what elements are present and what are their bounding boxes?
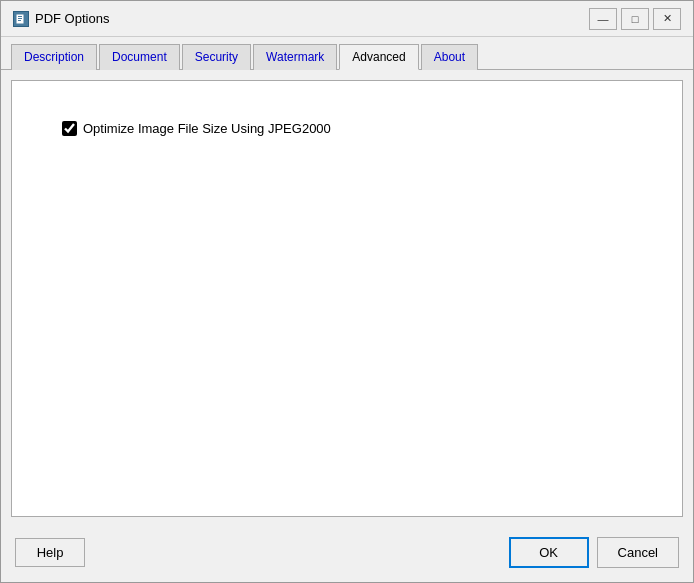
maximize-button[interactable]: □	[621, 8, 649, 30]
cancel-button[interactable]: Cancel	[597, 537, 679, 568]
window-icon	[13, 11, 29, 27]
title-bar: PDF Options — □ ✕	[1, 1, 693, 37]
tab-description[interactable]: Description	[11, 44, 97, 70]
tab-advanced[interactable]: Advanced	[339, 44, 418, 70]
ok-button[interactable]: OK	[509, 537, 589, 568]
tabs-container: Description Document Security Watermark …	[1, 37, 693, 70]
close-button[interactable]: ✕	[653, 8, 681, 30]
tab-watermark[interactable]: Watermark	[253, 44, 337, 70]
minimize-button[interactable]: —	[589, 8, 617, 30]
content-area: Optimize Image File Size Using JPEG2000	[11, 80, 683, 517]
tab-about[interactable]: About	[421, 44, 478, 70]
footer: Help OK Cancel	[1, 527, 693, 582]
tab-security[interactable]: Security	[182, 44, 251, 70]
window-title: PDF Options	[35, 11, 109, 26]
footer-right: OK Cancel	[509, 537, 679, 568]
svg-rect-3	[18, 20, 21, 21]
title-bar-controls: — □ ✕	[589, 8, 681, 30]
optimize-checkbox-row: Optimize Image File Size Using JPEG2000	[62, 121, 662, 136]
title-bar-left: PDF Options	[13, 11, 109, 27]
tab-document[interactable]: Document	[99, 44, 180, 70]
optimize-checkbox-label: Optimize Image File Size Using JPEG2000	[83, 121, 331, 136]
pdf-options-window: PDF Options — □ ✕ Description Document S…	[0, 0, 694, 583]
svg-rect-1	[18, 16, 22, 17]
optimize-checkbox[interactable]	[62, 121, 77, 136]
svg-rect-2	[18, 18, 22, 19]
help-button[interactable]: Help	[15, 538, 85, 567]
